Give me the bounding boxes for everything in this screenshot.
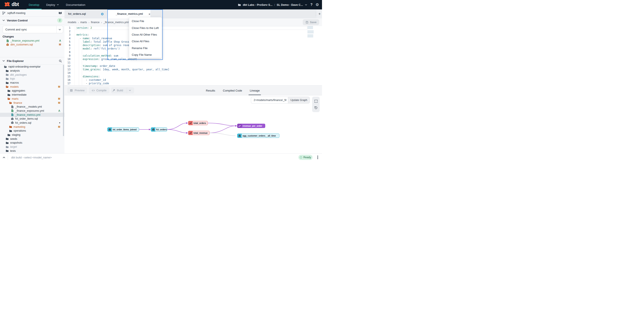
sidebar-scrollbar[interactable] xyxy=(63,65,64,136)
code-line-4[interactable]: 4 - name: total_revenue xyxy=(64,37,322,40)
lineage-node-total_orders[interactable]: total_orders xyxy=(188,121,208,125)
reset-view-icon[interactable] xyxy=(314,106,318,109)
code-line-6[interactable]: 6 description: sum of gross revenue xyxy=(64,44,322,47)
code-line-17[interactable]: 17 - priority_code xyxy=(64,82,322,85)
nav-item-documentation[interactable]: Documentation xyxy=(62,0,89,10)
docs-book-icon[interactable] xyxy=(58,11,62,15)
code-line-9[interactable]: 9 calculation_method: sum xyxy=(64,54,322,58)
code-line-10[interactable]: 10 expression: gross_item_sales_amount xyxy=(64,58,322,61)
lineage-node-revenue_per_order[interactable]: revenue_per_order xyxy=(237,124,265,128)
save-button[interactable]: Save xyxy=(303,19,319,25)
code-line-16[interactable]: 16 - customer_id xyxy=(64,78,322,82)
tree-item-aggregates[interactable]: aggregates xyxy=(0,89,64,93)
editor-minimap[interactable] xyxy=(308,26,314,38)
breadcrumb-separator-icon: › xyxy=(101,21,102,24)
change-item[interactable]: dim_customers.sqlM xyxy=(0,43,64,47)
lineage-node-agg_customer_orders__all_time[interactable]: agg_customer_orders__all_time xyxy=(237,134,279,138)
tree-item-rapid-onboarding-exemplar[interactable]: rapid-onboarding-exemplar xyxy=(0,65,64,69)
code-line-15[interactable]: 15 dimensions: xyxy=(64,75,322,78)
tree-item--finance-exposures-yml[interactable]: _finance_exposures.ymlA xyxy=(0,109,64,113)
tree-item--finance-models-yml[interactable]: _finance__models.yml xyxy=(0,105,64,109)
context-menu-item-close-all-files[interactable]: Close All Files xyxy=(129,38,162,45)
code-line-3[interactable]: 3metrics: xyxy=(64,33,322,37)
update-graph-button[interactable]: Update Graph xyxy=(288,97,310,104)
folder-open-icon xyxy=(4,65,7,68)
context-menu-item-copy-file-name[interactable]: Copy File Name xyxy=(129,52,162,58)
panel-tab-results[interactable]: Results xyxy=(206,86,215,95)
breadcrumb-item[interactable]: finance xyxy=(91,21,100,24)
file-explorer-header[interactable]: File Explorer xyxy=(0,57,64,65)
tree-item-marketing[interactable]: marketingM xyxy=(0,125,64,129)
grid-icon xyxy=(70,89,73,92)
commit-options-toggle[interactable] xyxy=(56,26,63,33)
code-line-8[interactable]: 8 xyxy=(64,50,322,54)
lineage-node-int_order_items_joined[interactable]: int_order_items_joined xyxy=(107,127,139,132)
tree-item-models[interactable]: modelsM xyxy=(0,85,64,89)
code-line-13[interactable]: 13 time_grains: [day, week, month, quart… xyxy=(64,68,322,71)
gear-icon[interactable]: ⚙ xyxy=(316,2,319,7)
account-switcher[interactable]: dbt Labs - ProServ S... / SL Demo - Dave… xyxy=(238,3,308,7)
dbt-logo[interactable]: dbt xyxy=(4,2,19,7)
tree-item-operations[interactable]: operations xyxy=(0,129,64,133)
search-icon[interactable] xyxy=(59,59,62,63)
code-line-7[interactable]: 7 model: ref('fct_orders') xyxy=(64,47,322,50)
tree-item-dbt-packages[interactable]: dbt_packages xyxy=(0,73,64,77)
nav-item-deploy[interactable]: Deploy xyxy=(43,0,62,10)
tree-item-snapshots[interactable]: snapshots xyxy=(0,141,64,145)
tree-item--finance-metrics-yml[interactable]: _finance_metrics.yml xyxy=(0,113,64,117)
close-tab-icon[interactable]: × xyxy=(148,12,150,16)
code-line-14[interactable]: 14 xyxy=(64,71,322,75)
tree-item-tests[interactable]: tests xyxy=(0,149,64,153)
file-icon xyxy=(6,39,9,43)
tree-item-fct-order-items-sql[interactable]: fct_order_items.sql xyxy=(0,117,64,121)
chart-icon xyxy=(188,131,192,135)
kebab-menu-icon[interactable] xyxy=(316,155,320,160)
version-control-header[interactable]: Version Control 2 xyxy=(0,17,64,24)
tree-item-intermediate[interactable]: intermediate xyxy=(0,93,64,97)
preview-button[interactable]: Preview xyxy=(67,87,87,94)
breadcrumb-item[interactable]: models xyxy=(68,21,76,24)
commit-and-sync-button[interactable]: Commit and sync xyxy=(2,26,63,33)
tree-item-staging[interactable]: staging xyxy=(0,133,64,137)
fullscreen-icon[interactable] xyxy=(314,100,318,103)
tree-item-fct-orders-sql[interactable]: fct_orders.sql• xyxy=(0,121,64,125)
compile-button[interactable]: Compile xyxy=(89,87,110,94)
build-button[interactable]: Build xyxy=(111,87,134,94)
lineage-node-fct_orders[interactable]: fct_orders xyxy=(151,127,167,132)
code-line-5[interactable]: 5 label: Total Jaffle Shop Gross Re xyxy=(64,40,322,44)
code-line-12[interactable]: 12 timestamp: order_date xyxy=(64,64,322,68)
breadcrumb-item[interactable]: marts xyxy=(80,21,87,24)
chevron-up-icon[interactable] xyxy=(0,154,8,161)
tree-item-analysis[interactable]: analysis xyxy=(0,69,64,73)
new-tab-button[interactable]: + xyxy=(316,10,322,19)
panel-tab-compiled-code[interactable]: Compiled Code xyxy=(223,86,242,95)
tab-fct-orders-sql[interactable]: fct_orders.sql xyxy=(64,10,107,19)
lineage-canvas[interactable]: int_order_items_joinedfct_orderstotal_or… xyxy=(64,95,322,153)
breadcrumb-item[interactable]: _finance_metrics.yml xyxy=(104,21,128,24)
code-line-2[interactable]: 2 xyxy=(64,30,322,33)
code-line-11[interactable]: 11 xyxy=(64,61,322,64)
help-button[interactable]: ? xyxy=(310,3,314,7)
build-options-toggle[interactable] xyxy=(127,87,133,94)
sidebar: sqlfluff-meeting Version Control 2 Commi… xyxy=(0,10,65,153)
context-menu-item-rename-file[interactable]: Rename File xyxy=(129,45,162,52)
context-menu-item-close-file[interactable]: Close File xyxy=(129,18,162,25)
dbt-command-input[interactable] xyxy=(8,156,298,159)
panel-tab-lineage[interactable]: Lineage xyxy=(250,86,260,95)
context-menu-item-close-all-other-files[interactable]: Close All Other Files xyxy=(129,31,162,38)
lineage-filter-input[interactable] xyxy=(251,97,288,104)
code-editor[interactable]: 1version: 223metrics:4 - name: total_rev… xyxy=(64,26,322,85)
tree-item-logs[interactable]: logs xyxy=(0,77,64,81)
context-menu-item-close-files-to-the-left[interactable]: Close Files to the Left xyxy=(129,25,162,31)
branch-row[interactable]: sqlfluff-meeting xyxy=(0,10,64,17)
account-name: dbt Labs - ProServ S... xyxy=(243,3,272,7)
tree-item-marts[interactable]: martsM xyxy=(0,97,64,101)
tree-item-seeds[interactable]: seeds xyxy=(0,137,64,141)
nav-item-develop[interactable]: Develop xyxy=(25,0,43,10)
tree-item-macros[interactable]: macros xyxy=(0,81,64,85)
tree-item-target[interactable]: target xyxy=(0,145,64,149)
change-item[interactable]: _finance_exposures.ymlA xyxy=(0,39,64,43)
tree-item-finance[interactable]: financeM xyxy=(0,101,64,105)
lineage-node-total_revenue[interactable]: total_revenue xyxy=(188,131,210,135)
code-line-1[interactable]: 1version: 2 xyxy=(64,26,322,30)
